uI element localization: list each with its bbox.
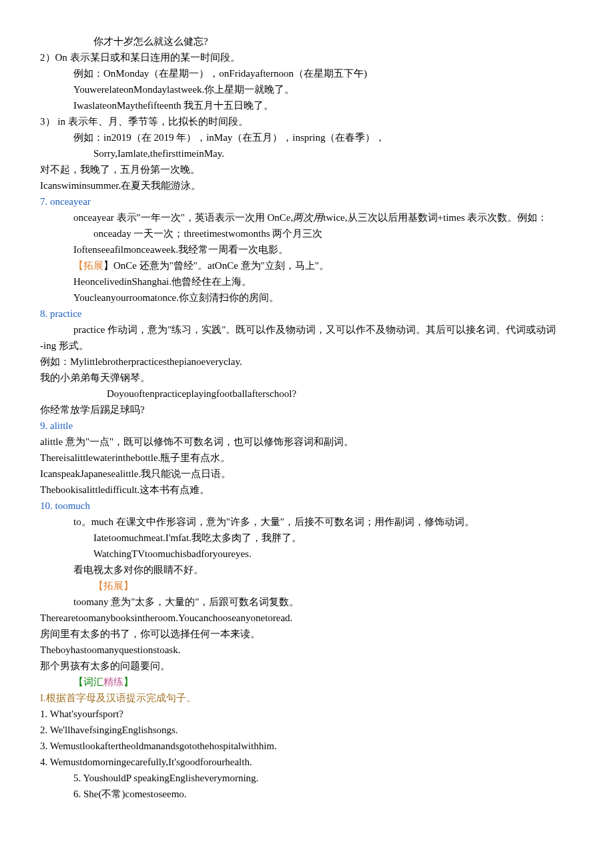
text-segment: onceayear 表示"一年一次"，英语表示一次用 OnCe,	[73, 212, 293, 223]
text-segment: 9. alittle	[40, 420, 73, 431]
text-segment: to。much 在课文中作形容词，意为"许多，大量"，后接不可数名词；用作副词，…	[73, 516, 475, 527]
text-line: 3. Wemustlookaftertheoldmanandsgototheho…	[40, 738, 574, 754]
text-line: onceayear 表示"一年一次"，英语表示一次用 OnCe,两次用twice…	[40, 209, 574, 226]
text-segment: 房间里有太多的书了，你可以选择任何一本来读。	[40, 628, 260, 639]
text-line: HeoncelivedinShanghai.他曾经住在上海。	[40, 274, 574, 290]
text-line: Youcleanyourroomatonce.你立刻清扫你的房间。	[40, 290, 574, 306]
text-segment: 3. Wemustlookaftertheoldmanandsgototheho…	[40, 741, 277, 751]
text-segment: 例如：in2019（在 2019 年），inMay（在五月），inspring（…	[73, 132, 386, 143]
text-line: 4. Wemustdomorningecarefully,It'sgoodfor…	[40, 754, 574, 770]
text-line: 【词汇精练】	[40, 674, 574, 690]
text-segment: Doyouoftenpracticeplayingfootballaftersc…	[107, 388, 296, 399]
text-segment: 7. onceayear	[40, 196, 91, 207]
text-segment: Iatetoomuchmeat.I'mfat.我吃太多肉了，我胖了。	[93, 532, 302, 543]
text-line: 8. practice	[40, 306, 574, 322]
text-segment: Thereisalittlewaterinthebottle.瓶子里有点水。	[40, 452, 230, 463]
text-segment: 【词汇	[73, 677, 103, 687]
text-segment: 8. practice	[40, 308, 81, 319]
text-line: onceaday 一天一次；threetimestwomonths 两个月三次	[40, 226, 574, 242]
text-segment: alittle 意为"一点"，既可以修饰不可数名词，也可以修饰形容词和副词。	[40, 436, 354, 447]
text-line: Doyouoftenpracticeplayingfootballaftersc…	[40, 386, 574, 402]
text-line: YouwerelateonMondaylastweek.你上星期一就晚了。	[40, 81, 574, 97]
text-segment: 你经常放学后踢足球吗?	[40, 404, 145, 415]
text-line: 3） in 表示年、月、季节等，比拟长的时间段。	[40, 113, 574, 129]
text-line: 你经常放学后踢足球吗?	[40, 402, 574, 418]
text-segment: 3） in 表示年、月、季节等，比拟长的时间段。	[40, 116, 248, 127]
text-line: Sorry,Iamlate,thefirsttimeinMay.	[40, 145, 574, 161]
text-line: 例如：OnMonday（在星期一），onFridayafternoon（在星期五…	[40, 65, 574, 81]
text-line: WatchingTVtoomuchisbadforyoureyes.	[40, 546, 574, 562]
text-segment: Therearetoomanybooksintheroom.Youcanchoo…	[40, 612, 292, 623]
text-segment: 【拓展】	[93, 580, 133, 591]
text-segment: 10. toomuch	[40, 500, 90, 511]
text-segment: Sorry,Iamlate,thefirsttimeinMay.	[93, 148, 224, 159]
text-line: Therearetoomanybooksintheroom.Youcanchoo…	[40, 610, 574, 626]
text-line: 例如：in2019（在 2019 年），inMay（在五月），inspring（…	[40, 129, 574, 145]
text-segment: WatchingTVtoomuchisbadforyoureyes.	[93, 548, 252, 559]
text-line: 2. We'llhavefsingingEnglishsongs.	[40, 722, 574, 738]
text-line: 【拓展】OnCe 还意为"曾经"。atOnCe 意为"立刻，马上"。	[40, 258, 574, 274]
text-line: to。much 在课文中作形容词，意为"许多，大量"，后接不可数名词；用作副词，…	[40, 514, 574, 530]
text-line: Thereisalittlewaterinthebottle.瓶子里有点水。	[40, 450, 574, 466]
text-line: 你才十岁怎么就这么健忘?	[40, 33, 574, 49]
text-segment: HeoncelivedinShanghai.他曾经住在上海。	[73, 276, 252, 287]
text-line: Theboyhastoomanyquestionstoask.	[40, 642, 574, 658]
text-segment: 那个男孩有太多的问题要问。	[40, 661, 170, 671]
text-line: 10. toomuch	[40, 498, 574, 514]
text-segment: 精练	[103, 677, 123, 687]
text-line: 例如：Mylittlebrotherpracticesthepianoevery…	[40, 354, 574, 370]
text-line: 我的小弟弟每天弹钢琴。	[40, 370, 574, 386]
text-segment: 2. We'llhavefsingingEnglishsongs.	[40, 725, 178, 735]
text-line: 6. She(不常)comestoseemo.	[40, 786, 574, 802]
text-line: 7. onceayear	[40, 193, 574, 209]
text-segment: twice,从三次以后用基数词+times 表示次数。例如：	[323, 212, 547, 223]
text-line: Icanswiminsummer.在夏天我能游泳。	[40, 177, 574, 193]
text-line: 房间里有太多的书了，你可以选择任何一本来读。	[40, 626, 574, 642]
text-line: 对不起，我晚了，五月份第一次晚。	[40, 161, 574, 177]
text-segment: Ioftenseeafilmonceaweek.我经常一周看一次电影。	[73, 244, 288, 255]
text-segment: IwaslateonMaythefifteenth 我五月十五日晚了。	[73, 100, 274, 111]
text-segment: onceaday 一天一次；threetimestwomonths 两个月三次	[93, 228, 322, 239]
text-line: 看电视太多对你的眼睛不好。	[40, 562, 574, 578]
text-segment: 6. She(不常)comestoseemo.	[73, 789, 187, 799]
text-line: 【拓展】	[40, 578, 574, 594]
text-line: Ioftenseeafilmonceaweek.我经常一周看一次电影。	[40, 242, 574, 258]
text-segment: 】	[103, 260, 113, 271]
text-segment: 你才十岁怎么就这么健忘?	[93, 36, 208, 47]
text-line: IcanspeakJapanesealittle.我只能说一点日语。	[40, 466, 574, 482]
text-segment: IcanspeakJapanesealittle.我只能说一点日语。	[40, 468, 231, 479]
text-line: I.根据首字母及汉语提示完成句子。	[40, 690, 574, 706]
text-line: 1. What'syourfsport?	[40, 706, 574, 722]
text-segment: 对不起，我晚了，五月份第一次晚。	[40, 164, 200, 175]
text-segment: I.根据首字母及汉语提示完成句子。	[40, 693, 196, 703]
document-body: 你才十岁怎么就这么健忘?2）On 表示某日或和某日连用的某一时间段。例如：OnM…	[40, 33, 574, 802]
text-line: Thebookisalittledifficult.这本书有点难。	[40, 482, 574, 498]
text-segment: Thebookisalittledifficult.这本书有点难。	[40, 484, 210, 495]
text-segment: -ing 形式。	[40, 340, 89, 351]
text-line: practice 作动词，意为"练习，实践"。既可以作及物动词，又可以作不及物动…	[40, 322, 574, 338]
text-segment: Theboyhastoomanyquestionstoask.	[40, 644, 180, 655]
text-line: 5. YoushouldP speakingEnglisheverymornin…	[40, 770, 574, 786]
text-line: 那个男孩有太多的问题要问。	[40, 658, 574, 674]
text-segment: YouwerelateonMondaylastweek.你上星期一就晚了。	[73, 84, 294, 95]
text-segment: 4. Wemustdomorningecarefully,It'sgoodfor…	[40, 757, 252, 767]
text-segment: 我的小弟弟每天弹钢琴。	[40, 372, 150, 383]
text-segment: 拓展	[83, 260, 103, 271]
text-segment: 1. What'syourfsport?	[40, 709, 123, 719]
text-segment: 【	[73, 260, 83, 271]
text-segment: 】	[123, 677, 133, 687]
text-segment: OnCe 还意为"曾经"。atOnCe 意为"立刻，马上"。	[113, 260, 329, 271]
text-segment: 例如：OnMonday（在星期一），onFridayafternoon（在星期五…	[73, 68, 367, 79]
text-segment: Icanswiminsummer.在夏天我能游泳。	[40, 180, 201, 191]
text-line: Iatetoomuchmeat.I'mfat.我吃太多肉了，我胖了。	[40, 530, 574, 546]
text-line: -ing 形式。	[40, 338, 574, 354]
text-segment: 2）On 表示某日或和某日连用的某一时间段。	[40, 52, 240, 63]
text-line: alittle 意为"一点"，既可以修饰不可数名词，也可以修饰形容词和副词。	[40, 434, 574, 450]
text-segment: toomany 意为"太多，大量的"，后跟可数名词复数。	[73, 596, 300, 607]
text-segment: 5. YoushouldP speakingEnglisheverymornin…	[73, 773, 258, 783]
text-segment: practice 作动词，意为"练习，实践"。既可以作及物动词，又可以作不及物动…	[73, 324, 556, 335]
text-segment: 两次用	[293, 212, 323, 223]
text-segment: 看电视太多对你的眼睛不好。	[73, 564, 204, 575]
text-line: toomany 意为"太多，大量的"，后跟可数名词复数。	[40, 594, 574, 610]
text-line: 2）On 表示某日或和某日连用的某一时间段。	[40, 49, 574, 65]
